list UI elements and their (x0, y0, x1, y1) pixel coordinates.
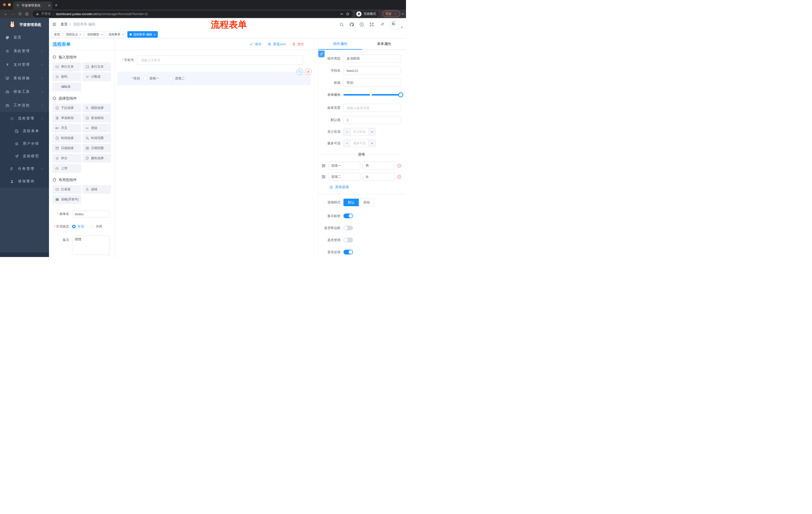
canvas-field-gender-selected[interactable]: *性别 选项一 选项二 (117, 72, 311, 85)
checkbox-box[interactable] (169, 77, 173, 80)
clear-button[interactable]: 清空 (292, 42, 304, 47)
sidebar-item-workflow[interactable]: 工作流程 (0, 99, 49, 112)
collapse-handle[interactable] (318, 51, 325, 57)
style-default-button[interactable]: 默认 (343, 199, 359, 206)
toolbar-caret-icon[interactable]: ▾ (402, 12, 404, 15)
sidebar-item-devtools[interactable]: 研发工具 (0, 85, 49, 99)
address-bar[interactable]: 不安全 | dashboard.yudao.iocoder.cn/bpm/man… (33, 10, 353, 17)
duplicate-component-button[interactable] (296, 69, 303, 75)
sidebar-item-home[interactable]: 首页 (0, 31, 49, 44)
chip-table[interactable]: 表格[开发中] (52, 195, 81, 204)
checkbox-box[interactable] (143, 77, 147, 80)
avatar[interactable] (390, 20, 399, 29)
drag-handle-icon[interactable] (321, 174, 326, 179)
tag-close-icon[interactable]: × (154, 33, 156, 36)
option-1-name-input[interactable] (328, 162, 360, 170)
fullscreen-icon[interactable] (369, 22, 374, 27)
github-icon[interactable] (349, 22, 354, 27)
browser-tab[interactable]: 芋道管理系统 × (13, 1, 52, 9)
max-select-value[interactable]: 最多可选 (350, 140, 369, 147)
sidebar-item-leave-query[interactable]: 请假查询 (0, 175, 49, 188)
radio-closed[interactable]: 关闭 (90, 224, 102, 229)
bookmark-star-icon[interactable] (346, 12, 350, 16)
label-width-input[interactable] (343, 104, 401, 112)
tag-process-definition[interactable]: 流程定义× (63, 31, 84, 38)
save-button[interactable]: 保存 (250, 42, 262, 47)
chip-checkbox-group[interactable]: 多选框组 (82, 114, 111, 123)
option-1-value-input[interactable] (362, 162, 395, 170)
radio-open[interactable]: 开启 (72, 224, 84, 229)
sidebar-item-process-model[interactable]: 流程模型 (0, 150, 49, 162)
tag-process-form[interactable]: 流程表单× (106, 31, 126, 38)
tab-form-props[interactable]: 表单属性 (362, 38, 406, 50)
chip-password[interactable]: 密码 (52, 73, 81, 81)
chip-radio-group[interactable]: 单选框组 (52, 114, 81, 123)
chip-counter[interactable]: 计数器 (82, 73, 111, 81)
sidebar-item-process-form[interactable]: 流程表单 (0, 125, 49, 137)
canvas-field-phone[interactable]: *手机号 (115, 56, 318, 64)
tag-process-model[interactable]: 流程模型× (85, 31, 105, 38)
hamburger-icon[interactable] (50, 20, 59, 29)
option-2-value-input[interactable] (362, 173, 395, 181)
stepper-decrease-button[interactable]: − (344, 128, 350, 135)
chip-button[interactable]: 按钮 (82, 185, 111, 194)
sidebar-collapse-strip[interactable] (0, 252, 49, 257)
tab-component-props[interactable]: 组件属性 (318, 38, 362, 50)
new-tab-button[interactable]: + (55, 1, 58, 9)
required-toggle[interactable] (343, 250, 353, 254)
tag-close-icon[interactable]: × (122, 33, 124, 36)
border-toggle[interactable] (343, 225, 353, 231)
form-name-input[interactable] (72, 211, 110, 218)
forward-button[interactable]: → (9, 10, 16, 17)
chip-date-range[interactable]: 日期范围 (82, 144, 111, 153)
style-button-button[interactable]: 按钮 (359, 199, 374, 206)
sidebar-item-infra[interactable]: 基础设施 (0, 72, 49, 85)
form-remark-textarea[interactable]: 嘿嘿 (72, 236, 110, 255)
minimize-window-button[interactable] (8, 3, 11, 6)
add-option-button[interactable]: 添加选项 (329, 185, 406, 189)
chip-multi-line-text[interactable]: 多行文本 (82, 62, 111, 71)
sidebar-item-system[interactable]: 系统管理 (0, 44, 49, 58)
search-icon[interactable] (339, 22, 344, 27)
sidebar-item-payment[interactable]: 支付管理 (0, 58, 49, 72)
reload-button[interactable] (17, 10, 23, 17)
show-label-toggle[interactable] (343, 214, 353, 218)
remove-option-icon[interactable] (397, 174, 402, 179)
help-icon[interactable] (359, 22, 364, 27)
sidebar-item-user-group[interactable]: 用户分组 (0, 137, 49, 150)
chip-editor[interactable]: 编辑器 (52, 82, 81, 91)
font-size-icon[interactable] (379, 22, 385, 27)
breadcrumb-home[interactable]: 首页 (61, 22, 67, 27)
tag-close-icon[interactable]: × (101, 33, 103, 36)
title-input[interactable] (343, 79, 401, 87)
chip-time-picker[interactable]: 时间选择 (52, 134, 81, 142)
drag-handle-icon[interactable] (321, 163, 326, 168)
tag-process-form-edit[interactable]: 流程表单-编辑× (127, 31, 158, 38)
disabled-toggle[interactable] (343, 238, 353, 242)
slider-handle[interactable] (398, 92, 403, 97)
stepper-increase-button[interactable]: + (369, 140, 375, 147)
update-button[interactable]: 更新 ⋮ (382, 10, 400, 17)
password-key-icon[interactable] (340, 12, 344, 16)
home-button[interactable] (24, 10, 30, 17)
chip-time-range[interactable]: 时间范围 (82, 134, 111, 142)
view-json-button[interactable]: 查看json (267, 42, 286, 47)
chip-switch[interactable]: 开关 (52, 124, 81, 133)
tag-close-icon[interactable]: × (79, 33, 81, 36)
browser-menu-icon[interactable]: ⋮ (394, 12, 397, 16)
delete-component-button[interactable] (305, 69, 312, 75)
avatar-caret-icon[interactable]: ▾ (401, 26, 403, 29)
chip-slider[interactable]: 滑块 (82, 124, 111, 133)
default-value-input[interactable] (343, 116, 401, 124)
slider-track[interactable] (343, 94, 401, 96)
min-select-value[interactable]: 至少应选 (350, 128, 369, 135)
option-2-name-input[interactable] (328, 173, 360, 181)
field-name-input[interactable] (343, 66, 401, 75)
checkbox-option-2[interactable]: 选项二 (169, 76, 185, 81)
back-button[interactable]: ← (2, 10, 9, 17)
tag-home[interactable]: 首页 (52, 31, 62, 38)
close-window-button[interactable] (3, 3, 6, 6)
chip-date-picker[interactable]: 日期选择 (52, 144, 81, 153)
sidebar-item-process-mgmt[interactable]: 流程管理 (0, 112, 49, 125)
chip-row-container[interactable]: 行容器 (52, 185, 81, 194)
